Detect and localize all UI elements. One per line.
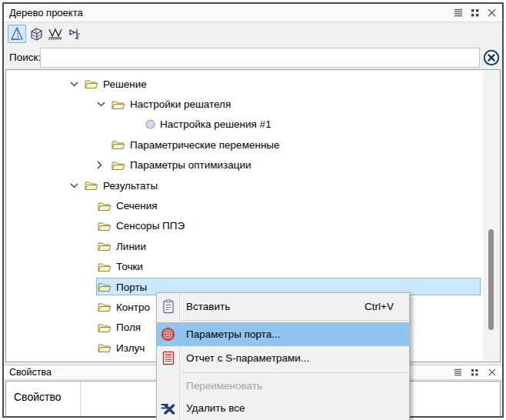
folder-icon — [112, 139, 125, 150]
menu-icon[interactable] — [453, 8, 463, 18]
tree-item-label: Параметрические переменные — [130, 139, 280, 151]
menu-separator — [181, 372, 408, 373]
paste-clipboard-icon — [157, 299, 179, 314]
clear-search-icon — [483, 49, 500, 66]
folder-icon — [85, 180, 98, 191]
dock-icon[interactable] — [470, 8, 480, 18]
tree-item-label: Настройки решателя — [130, 98, 231, 110]
tree-item-solution-setup-1[interactable]: Настройка решения #1 — [6, 115, 500, 135]
project-tree-window: Дерево проекта — [0, 0, 506, 420]
folder-icon — [98, 262, 112, 272]
scrollbar-thumb[interactable] — [488, 229, 494, 330]
menu-item-label: Переименовать — [179, 380, 409, 392]
tree-item-label: Результаты — [103, 180, 158, 192]
tree-item-lines[interactable]: Линии — [6, 236, 500, 256]
folder-icon — [98, 201, 112, 212]
menu-item-label: Вставить — [179, 301, 365, 312]
tree-item-results[interactable]: Результаты — [6, 175, 500, 195]
tetrahedron-view-button[interactable] — [8, 25, 26, 43]
tree-item-label: Сечения — [116, 200, 158, 212]
tree-item-label: Точки — [116, 261, 143, 272]
panel-titlebar: Дерево проекта — [4, 4, 502, 22]
tree-item-label: Параметры оптимизации — [130, 159, 251, 171]
folder-icon — [112, 99, 125, 110]
menu-item-label: Удалить все — [179, 402, 409, 414]
search-label: Поиск: — [4, 52, 40, 63]
tree-item-label: Настройка решения #1 — [160, 118, 271, 130]
tree-item-sections[interactable]: Сечения — [6, 195, 500, 215]
panel-title: Дерево проекта — [9, 7, 453, 18]
close-icon[interactable] — [487, 8, 497, 18]
vertical-scrollbar[interactable] — [483, 71, 499, 361]
menu-item-label: Параметры порта... — [179, 328, 409, 340]
view-toolbar — [4, 22, 502, 45]
chevron-down-icon[interactable] — [70, 183, 85, 188]
search-input[interactable] — [40, 48, 480, 68]
tree-item-label: Сенсоры ППЭ — [116, 220, 185, 232]
menu-icon[interactable] — [453, 368, 463, 378]
folder-icon — [98, 342, 112, 353]
menu-item-s-parameters-report[interactable]: Отчет с S-параметрами... — [157, 346, 409, 370]
column-divider[interactable] — [80, 382, 81, 416]
port-probe-icon — [67, 26, 82, 42]
chevron-right-icon[interactable] — [97, 161, 112, 169]
folder-icon — [98, 322, 112, 333]
delete-all-icon — [157, 402, 179, 415]
tree-item-points[interactable]: Точки — [6, 257, 500, 277]
folder-icon — [112, 160, 125, 171]
folder-icon — [98, 221, 112, 232]
menu-item-port-parameters[interactable]: Параметры порта... — [157, 322, 409, 346]
menu-item-shortcut: Ctrl+V — [365, 301, 409, 312]
folder-icon — [98, 302, 112, 312]
mesh-boundary-icon — [47, 26, 64, 42]
s-parameters-report-icon — [157, 351, 179, 365]
tree-item-label: Порты — [116, 282, 147, 293]
tree-item-label: Излуч — [116, 342, 145, 354]
chevron-down-icon[interactable] — [70, 82, 85, 87]
close-icon[interactable] — [487, 368, 497, 378]
menu-item-label: Отчет с S-параметрами... — [179, 352, 409, 364]
menu-item-paste[interactable]: Вставить Ctrl+V — [157, 295, 409, 318]
search-row: Поиск: — [4, 45, 502, 69]
dock-icon[interactable] — [470, 368, 480, 378]
tree-item-solution[interactable]: Решение — [6, 74, 500, 94]
mesh-boundary-view-button[interactable] — [46, 25, 65, 43]
menu-item-rename[interactable]: Переименовать — [157, 375, 409, 396]
tree-item-label: Контро — [116, 302, 150, 313]
folder-icon — [98, 282, 112, 292]
cube-wireframe-view-button[interactable] — [27, 25, 45, 43]
solution-setup-icon — [145, 119, 155, 129]
context-menu: Вставить Ctrl+V Параметры порта... Отчет… — [156, 292, 410, 420]
clear-search-button[interactable] — [482, 48, 500, 66]
tree-item-solver-settings[interactable]: Настройки решателя — [6, 94, 500, 114]
tree-item-parametric-variables[interactable]: Параметрические переменные — [6, 135, 500, 155]
tree-item-label: Линии — [116, 241, 146, 252]
tree-item-ppe-sensors[interactable]: Сенсоры ППЭ — [6, 216, 500, 236]
tree-item-label: Поля — [116, 322, 141, 333]
port-parameters-sphere-icon — [157, 327, 179, 342]
tree-item-optimization-parameters[interactable]: Параметры оптимизации — [6, 155, 500, 175]
tetrahedron-icon — [9, 26, 25, 42]
menu-separator — [181, 320, 408, 321]
folder-icon — [98, 241, 112, 252]
project-tree-panel: Дерево проекта — [2, 2, 504, 418]
folder-icon — [85, 78, 98, 89]
property-column-header: Свойство — [14, 391, 61, 403]
cube-wireframe-icon — [28, 26, 44, 42]
port-probe-view-button[interactable] — [65, 25, 84, 43]
tree-item-label: Решение — [103, 78, 147, 90]
menu-item-delete-all[interactable]: Удалить все — [157, 396, 409, 419]
chevron-down-icon[interactable] — [97, 102, 112, 107]
